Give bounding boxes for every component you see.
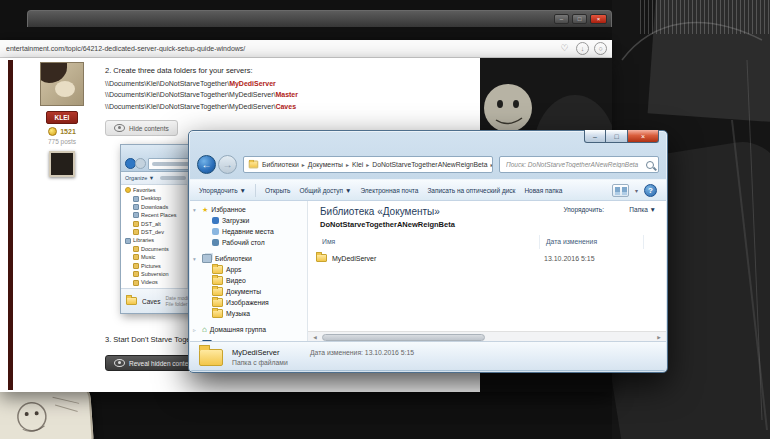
nav-desktop[interactable]: Рабочий стол bbox=[190, 237, 307, 248]
search-input[interactable] bbox=[504, 160, 643, 169]
maximize-button[interactable]: □ bbox=[606, 130, 628, 143]
tree-item: Downloads bbox=[125, 203, 187, 211]
nav-label: Избранное bbox=[211, 206, 245, 213]
toolbar-separator bbox=[255, 184, 256, 197]
share-menu[interactable]: Общий доступ ▼ bbox=[299, 187, 351, 194]
chevron-down-icon[interactable]: ▾ bbox=[635, 187, 638, 194]
forward-button[interactable]: → bbox=[218, 155, 237, 174]
explorer-nav-bar: ← → Библиотеки ▸ Документы ▸ Klei ▸ DoNo… bbox=[195, 153, 661, 177]
libraries-icon bbox=[202, 254, 212, 263]
hide-contents-label: Hide contents bbox=[129, 125, 169, 132]
search-icon[interactable] bbox=[646, 161, 654, 169]
scrollbar-thumb[interactable] bbox=[322, 334, 485, 341]
avatar[interactable] bbox=[40, 62, 84, 106]
nav-label: Музыка bbox=[226, 310, 250, 317]
desktop: – □ × ♡ ↓ ○ KLEI 1521 775 posts bbox=[0, 0, 770, 439]
tree-item: Libraries bbox=[125, 236, 187, 244]
back-button[interactable]: ← bbox=[197, 155, 216, 174]
profile-icon[interactable]: ○ bbox=[594, 42, 607, 55]
nav-homegroup[interactable]: ▹ ⌂ Домашняя группа bbox=[190, 324, 307, 335]
nav-label: Библиотеки bbox=[215, 255, 252, 262]
coin-icon bbox=[48, 127, 57, 136]
open-button[interactable]: Открыть bbox=[265, 187, 291, 194]
path-prefix: \\Documents\Klei\DoNotStarveTogether\ bbox=[105, 80, 229, 87]
expand-caret-icon[interactable]: ▾ bbox=[193, 207, 199, 213]
expand-caret-icon[interactable]: ▹ bbox=[193, 327, 199, 333]
videos-icon bbox=[133, 280, 139, 286]
path-highlight: Master bbox=[275, 91, 298, 98]
explorer-window[interactable]: – □ × ← → Библиотеки ▸ Документы ▸ Klei … bbox=[188, 130, 668, 373]
nav-downloads[interactable]: Загрузки bbox=[190, 215, 307, 226]
heart-icon[interactable]: ♡ bbox=[558, 42, 571, 55]
breadcrumb-item[interactable]: DoNotStarveTogetherANewReignBeta bbox=[372, 161, 487, 168]
download-icon[interactable]: ↓ bbox=[576, 42, 589, 55]
search-box bbox=[499, 156, 659, 173]
nav-label: Изображения bbox=[226, 299, 269, 306]
eye-icon bbox=[114, 124, 125, 132]
explorer-window-controls: – □ × bbox=[584, 130, 659, 143]
close-button[interactable]: × bbox=[590, 14, 607, 24]
nav-recent-places[interactable]: Недавние места bbox=[190, 226, 307, 237]
nav-libraries[interactable]: ▾ Библиотеки bbox=[190, 253, 307, 264]
file-pane: Библиотека «Документы» DoNotStarveTogeth… bbox=[308, 201, 666, 343]
toolbar-right-group: ▾ ? bbox=[612, 184, 657, 197]
folder-icon bbox=[133, 221, 139, 227]
tree-item: DST_alt bbox=[125, 220, 187, 228]
page-accent-strip bbox=[8, 60, 13, 390]
navigation-pane: ▾ ★ Избранное Загрузки Недавние места Ра… bbox=[190, 201, 308, 343]
new-folder-button[interactable]: Новая папка bbox=[524, 187, 562, 194]
folder-icon bbox=[249, 161, 258, 168]
nav-favorites[interactable]: ▾ ★ Избранное bbox=[190, 204, 307, 215]
minimize-button[interactable]: – bbox=[554, 14, 569, 24]
url-input[interactable] bbox=[0, 45, 558, 52]
folder-icon bbox=[316, 254, 327, 263]
change-view-button[interactable] bbox=[612, 184, 629, 197]
path-prefix: \\Documents\Klei\DoNotStarveTogether\MyD… bbox=[105, 91, 275, 98]
reputation: 1521 bbox=[20, 127, 104, 136]
browser-address-bar: ♡ ↓ ○ bbox=[0, 40, 612, 58]
minimize-button[interactable]: – bbox=[584, 130, 606, 143]
email-button[interactable]: Электронная почта bbox=[360, 187, 418, 194]
breadcrumb-item[interactable]: Klei bbox=[352, 161, 363, 168]
column-date-modified[interactable]: Дата изменения bbox=[540, 235, 644, 249]
favorites-icon: ★ bbox=[202, 206, 208, 213]
organize-menu[interactable]: Упорядочить ▼ bbox=[199, 187, 246, 194]
nav-videos[interactable]: Видео bbox=[190, 275, 307, 286]
nav-music[interactable]: Музыка bbox=[190, 308, 307, 319]
nav-apps[interactable]: Apps bbox=[190, 264, 307, 275]
background-artwork bbox=[640, 0, 770, 34]
maximize-button[interactable]: □ bbox=[572, 14, 587, 24]
homegroup-icon: ⌂ bbox=[202, 326, 207, 334]
selected-item-name: MyDediServer bbox=[232, 348, 280, 357]
recent-places-icon bbox=[212, 228, 219, 235]
nav-documents[interactable]: Документы bbox=[190, 286, 307, 297]
library-title: Библиотека «Документы» bbox=[320, 206, 440, 217]
folder-path: \\Documents\Klei\DoNotStarveTogether\MyD… bbox=[105, 103, 477, 110]
breadcrumb-item[interactable]: Библиотеки bbox=[262, 161, 299, 168]
details-pane: MyDediServer Дата изменения: 13.10.2016 … bbox=[190, 341, 666, 370]
downloads-icon bbox=[212, 217, 219, 224]
reputation-count: 1521 bbox=[60, 128, 76, 135]
tree-item: Subversion bbox=[125, 270, 187, 278]
burn-button[interactable]: Записать на оптический диск bbox=[427, 187, 515, 194]
tree-item: Documents bbox=[125, 245, 187, 253]
breadcrumb[interactable]: Библиотеки ▸ Документы ▸ Klei ▸ DoNotSta… bbox=[243, 156, 493, 173]
apps-library-icon bbox=[212, 265, 223, 274]
nav-pictures[interactable]: Изображения bbox=[190, 297, 307, 308]
library-subtitle: DoNotStarveTogetherANewReignBeta bbox=[320, 220, 455, 229]
arrange-by-dropdown[interactable]: Папка ▼ bbox=[629, 206, 656, 213]
poster-badge: KLEI bbox=[46, 111, 78, 124]
browser-titlebar[interactable]: – □ × bbox=[27, 10, 612, 27]
nav-label: Домашняя группа bbox=[210, 326, 266, 333]
breadcrumb-item[interactable]: Документы bbox=[308, 161, 343, 168]
file-row[interactable]: MyDediServer 13.10.2016 5:15 bbox=[316, 251, 660, 265]
hide-contents-button[interactable]: Hide contents bbox=[105, 120, 178, 136]
column-name[interactable]: Имя bbox=[316, 235, 540, 249]
close-button[interactable]: × bbox=[628, 130, 659, 143]
post-count: 775 posts bbox=[20, 138, 104, 145]
help-icon[interactable]: ? bbox=[644, 184, 657, 197]
music-icon bbox=[133, 254, 139, 260]
expand-caret-icon[interactable]: ▾ bbox=[193, 256, 199, 262]
folder-icon bbox=[133, 229, 139, 235]
pictures-icon bbox=[133, 263, 139, 269]
